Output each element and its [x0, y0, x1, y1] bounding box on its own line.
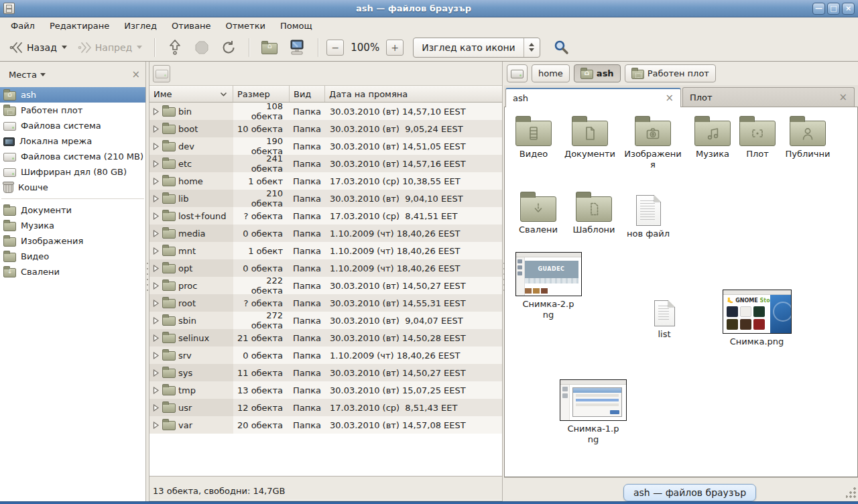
- forward-button[interactable]: Напред: [74, 38, 146, 57]
- reload-button[interactable]: [217, 37, 241, 58]
- expander-icon[interactable]: [152, 178, 160, 185]
- table-row[interactable]: sbin 272 обекта Папка 30.03.2010 (вт) 9,…: [149, 312, 502, 329]
- close-button[interactable]: ×: [842, 3, 855, 15]
- menu-item[interactable]: Отиване: [165, 19, 217, 33]
- table-row[interactable]: tmp 13 обекта Папка 30.03.2010 (вт) 15,0…: [149, 381, 502, 399]
- expander-icon[interactable]: [152, 160, 160, 168]
- table-row[interactable]: lost+found ? обекта Папка 17.03.2010 (ср…: [149, 207, 502, 225]
- expander-icon[interactable]: [152, 247, 160, 255]
- folder-music[interactable]: Музика: [687, 115, 738, 160]
- zoom-in-button[interactable]: +: [386, 40, 404, 56]
- file-snimka[interactable]: 🦶 GNOME Store Снимка.png: [721, 290, 793, 347]
- sidebar-place-item[interactable]: Локална мрежа: [0, 133, 145, 149]
- stop-button[interactable]: [190, 37, 214, 58]
- zoom-out-button[interactable]: −: [326, 40, 344, 56]
- sidebar-place-item[interactable]: Файлова система (210 MB): [0, 149, 145, 164]
- sidebar-place-item[interactable]: Изображения: [0, 233, 145, 249]
- back-button[interactable]: Назад: [5, 38, 71, 57]
- expander-icon[interactable]: [152, 352, 160, 359]
- expander-icon[interactable]: [152, 265, 160, 272]
- sidebar-place-item[interactable]: Документи: [0, 202, 145, 218]
- search-button[interactable]: [548, 36, 574, 59]
- view-mode-select[interactable]: Изглед като икони: [413, 38, 540, 58]
- folder-desktop[interactable]: Плот: [737, 115, 778, 160]
- back-history-arrow-icon[interactable]: [62, 46, 67, 49]
- table-row[interactable]: var 20 обекта Папка 30.03.2010 (вт) 14,5…: [149, 416, 502, 434]
- file-snimka-2[interactable]: GUADEC Снимка-2.png: [514, 252, 583, 321]
- path-desktop-button[interactable]: Работен плот: [625, 64, 716, 82]
- expander-icon[interactable]: [152, 212, 160, 220]
- sidebar-place-item[interactable]: Файлова система: [0, 118, 145, 133]
- tab-plot[interactable]: Плот ×: [682, 87, 855, 107]
- resize-grip[interactable]: [846, 487, 857, 499]
- table-row[interactable]: home 1 обект Папка 17.03.2010 (ср) 10,38…: [149, 172, 502, 190]
- sidebar-place-item[interactable]: Кошче: [0, 180, 145, 195]
- menu-item[interactable]: Изглед: [117, 19, 164, 33]
- maximize-button[interactable]: □: [827, 3, 840, 15]
- table-row[interactable]: proc 222 обекта Папка 30.03.2010 (вт) 14…: [149, 277, 502, 294]
- path-ash-button[interactable]: ash: [574, 64, 621, 82]
- expander-icon[interactable]: [152, 282, 160, 290]
- sidebar-place-item[interactable]: Работен плот: [0, 103, 145, 118]
- sidebar-place-item[interactable]: Музика: [0, 218, 145, 233]
- expander-icon[interactable]: [152, 369, 160, 377]
- expander-icon[interactable]: [152, 143, 160, 150]
- menu-item[interactable]: Отметки: [219, 19, 271, 33]
- up-button[interactable]: [163, 36, 187, 59]
- table-row[interactable]: selinux 21 обекта Папка 30.03.2010 (вт) …: [149, 329, 502, 346]
- table-row[interactable]: bin 108 обекта Папка 30.03.2010 (вт) 14,…: [149, 103, 502, 120]
- table-row[interactable]: opt 0 обекта Папка 1.10.2009 (чт) 18,40,…: [149, 259, 502, 277]
- table-row[interactable]: sys 11 обекта Папка 30.03.2010 (вт) 14,5…: [149, 364, 502, 381]
- taskbar-window-button[interactable]: ash — файлов браузър: [623, 484, 756, 501]
- table-row[interactable]: root ? обекта Папка 30.03.2010 (вт) 14,5…: [149, 294, 502, 312]
- expander-icon[interactable]: [152, 230, 160, 237]
- root-location-button[interactable]: [153, 65, 170, 82]
- sidebar-mode-arrow-icon[interactable]: [40, 73, 46, 76]
- table-row[interactable]: dev 190 обекта Папка 30.03.2010 (вт) 14,…: [149, 137, 502, 155]
- folder-documents[interactable]: Документи: [560, 115, 620, 160]
- folder-public[interactable]: Публични: [780, 115, 836, 160]
- expander-icon[interactable]: [152, 334, 160, 342]
- menu-item[interactable]: Файл: [4, 19, 42, 33]
- folder-pictures[interactable]: Изображения: [624, 115, 682, 171]
- table-row[interactable]: srv 0 обекта Папка 1.10.2009 (чт) 18,40,…: [149, 346, 502, 364]
- tab-close-icon[interactable]: ×: [839, 92, 847, 103]
- sidebar-place-item[interactable]: Шифриран дял (80 GB): [0, 164, 145, 180]
- tab-close-icon[interactable]: ×: [665, 93, 674, 103]
- path-root-button[interactable]: [507, 64, 528, 82]
- expander-icon[interactable]: [152, 125, 160, 133]
- expander-icon[interactable]: [152, 317, 160, 324]
- table-row[interactable]: lib 210 обекта Папка 30.03.2010 (вт) 9,0…: [149, 190, 502, 207]
- sidebar-place-item[interactable]: Свалени: [0, 264, 145, 279]
- folder-downloads[interactable]: Свалени: [513, 191, 564, 235]
- folder-video[interactable]: Видео: [509, 115, 558, 160]
- table-row[interactable]: etc 241 обекта Папка 30.03.2010 (вт) 14,…: [149, 155, 502, 172]
- table-row[interactable]: mnt 1 обект Папка 1.10.2009 (чт) 18,40,2…: [149, 242, 502, 259]
- path-home-button[interactable]: home: [532, 64, 570, 82]
- sidebar-close-icon[interactable]: ×: [131, 70, 140, 80]
- expander-icon[interactable]: [152, 108, 160, 115]
- sidebar-place-item[interactable]: ash: [0, 87, 145, 103]
- expander-icon[interactable]: [152, 195, 160, 202]
- folder-templates[interactable]: Шаблони: [568, 191, 620, 235]
- menu-item[interactable]: Редактиране: [43, 19, 116, 33]
- table-row[interactable]: usr 12 обекта Папка 17.03.2010 (ср) 8,51…: [149, 399, 502, 416]
- file-snimka-1[interactable]: Снимка-1.png: [558, 379, 628, 446]
- tab-ash[interactable]: ash ×: [505, 88, 681, 107]
- expander-icon[interactable]: [152, 387, 160, 394]
- file-list[interactable]: list: [646, 294, 683, 340]
- file-new[interactable]: нов файл: [624, 191, 672, 239]
- column-header-type[interactable]: Вид: [290, 86, 325, 102]
- menu-item[interactable]: Помощ: [273, 19, 319, 33]
- computer-button[interactable]: [284, 36, 310, 59]
- sidebar-place-item[interactable]: Видео: [0, 249, 145, 264]
- column-header-size[interactable]: Размер: [233, 86, 290, 102]
- table-row[interactable]: boot 10 обекта Папка 30.03.2010 (вт) 9,0…: [149, 120, 502, 137]
- table-row[interactable]: media 0 обекта Папка 1.10.2009 (чт) 18,4…: [149, 225, 502, 242]
- expander-icon[interactable]: [152, 422, 160, 429]
- expander-icon[interactable]: [152, 300, 160, 307]
- column-header-date[interactable]: Дата на промяна: [325, 86, 502, 102]
- expander-icon[interactable]: [152, 404, 160, 412]
- column-header-name[interactable]: Име: [149, 86, 233, 102]
- minimize-button[interactable]: —: [812, 3, 825, 15]
